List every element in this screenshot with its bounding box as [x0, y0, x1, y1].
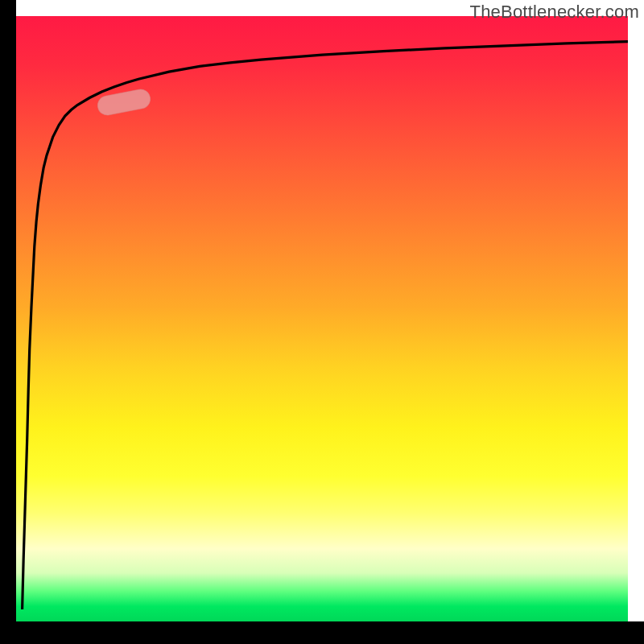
y-axis: [0, 0, 16, 644]
plot-area: [16, 16, 628, 621]
x-axis: [0, 621, 644, 644]
watermark-text: TheBottlenecker.com: [470, 2, 639, 23]
chart-frame: TheBottlenecker.com: [0, 0, 644, 644]
bottleneck-curve: [23, 42, 628, 609]
curve-layer: [16, 16, 628, 621]
